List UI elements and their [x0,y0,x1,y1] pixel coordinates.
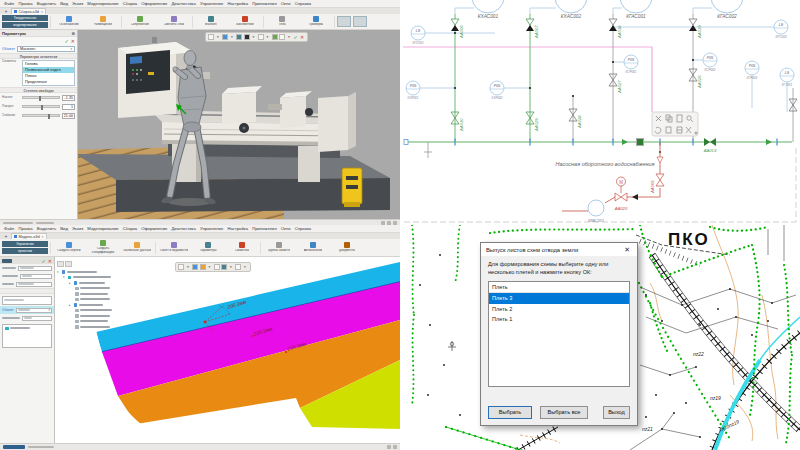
section-tool-icon[interactable] [258,34,264,40]
apply-icon[interactable]: ✓ [293,34,298,40]
status-mode-chip[interactable] [3,445,25,449]
pan-tool-icon[interactable] [178,264,184,270]
ribbon-button[interactable]: Манекен [195,16,227,27]
svg-text:КХАС002: КХАС002 [561,14,582,19]
status-icon[interactable] [387,221,391,225]
shaded-mode-icon[interactable] [244,34,250,40]
measure-tool-icon[interactable] [221,264,227,270]
field-value[interactable] [22,316,52,321]
slider-value[interactable]: 21.00 [62,113,75,119]
ribbon-button[interactable]: Создать спецификацию [87,240,119,254]
dropdown-caret-icon[interactable]: ▾ [287,34,292,40]
pan-tool-icon[interactable] [208,34,214,40]
ribbon-button[interactable]: Параметры [192,242,224,253]
status-icon[interactable] [387,445,391,449]
dropdown-caret-icon[interactable]: ▾ [229,264,234,270]
status-icon[interactable] [381,221,385,225]
ribbon-button[interactable]: Сопряжения [124,16,156,27]
new-tab-icon[interactable]: + [3,8,9,14]
ribbon-button[interactable]: Автоколонки [297,242,329,253]
panel-tab[interactable] [2,259,12,263]
gear-icon[interactable]: ⚙ [71,31,75,36]
ribbon-group-collapsed[interactable] [353,16,367,27]
select-all-button[interactable]: Выбрать все [540,406,588,419]
ribbon-button[interactable]: Размещение [87,16,119,27]
dropdown-caret-icon[interactable]: ▾ [216,34,221,40]
ribbon-button[interactable]: Тела [266,16,298,27]
svg-text:P05: P05 [628,58,634,62]
dropdown-caret-icon[interactable]: ▾ [207,264,212,270]
status-icon[interactable] [393,221,397,225]
dropdown-caret-icon[interactable]: ▾ [265,34,270,40]
ribbon-button[interactable]: Библиотеки [229,16,261,27]
section-tool-icon[interactable] [214,264,220,270]
select-button[interactable]: Выбрать [488,406,532,419]
dropdown-caret-icon[interactable]: ▾ [251,34,256,40]
segment-item[interactable]: Предплечье [23,79,74,85]
items-listbox[interactable] [2,324,52,348]
menu-bar[interactable]: Файл Правка Выделить Вид Эскиз Моделиров… [0,225,400,232]
ribbon-button[interactable]: Документы [331,242,363,253]
cancel-icon[interactable]: ✕ [300,34,305,40]
orient-tool-icon[interactable] [192,264,198,270]
field-value[interactable] [16,282,52,287]
ribbon-button[interactable]: Группа свойств [263,242,295,253]
close-tab-icon[interactable]: ✕ [41,235,44,239]
map-label: пz19 [710,395,721,401]
svg-text:LS: LS [416,29,421,33]
ribbon-mode-button[interactable]: Управление проектом [2,241,48,254]
dropdown-caret-icon[interactable]: ▾ [186,264,191,270]
slider[interactable] [22,96,60,99]
status-icon[interactable] [393,445,397,449]
ribbon-button[interactable]: Создать чертеж [53,242,85,253]
object-row-selected[interactable]: Объект ▾ [0,306,54,314]
tree-tab[interactable] [57,261,64,267]
ribbon-button[interactable]: Пакет и ведомости [158,242,190,253]
ribbon-button[interactable]: Проверка [300,16,332,27]
ribbon-mode-label-2: моделирование [2,22,48,28]
ribbon-button[interactable]: Свойства [226,242,258,253]
svg-text:КГАС001: КГАС001 [626,14,646,19]
slider-value[interactable]: 1 [62,104,75,110]
list-item-selected[interactable]: Плеть 3 [489,293,629,304]
document-tab[interactable]: Сборка.a3d ✕ [11,8,46,14]
apply-icon[interactable]: ✓ [42,258,46,264]
display-mode-icon[interactable] [236,34,242,40]
orient-tool-icon[interactable] [222,34,228,40]
tree-item-label [80,293,108,295]
slider-value[interactable]: -1.35 [62,95,75,101]
tree-item[interactable] [75,324,145,330]
new-tab-icon[interactable]: + [3,233,9,239]
list-item[interactable]: Плеть 2 [489,304,629,315]
ribbon-group-collapsed[interactable] [337,16,351,27]
tree-tab[interactable] [65,261,72,267]
field-value[interactable] [20,274,52,279]
ribbon-button[interactable]: Табличные данные [121,242,153,253]
exit-button[interactable]: Выход [603,406,630,419]
close-icon[interactable]: ✕ [622,244,632,256]
object-combobox[interactable]: Манекен ▾ [17,46,75,52]
filter-tool-icon[interactable] [279,34,285,40]
dropdown-caret-icon[interactable]: ▾ [243,264,248,270]
floating-mini-toolbar[interactable] [652,112,698,136]
document-icon [14,235,17,238]
list-item[interactable]: Плеть 1 [489,314,629,325]
close-tab-icon[interactable]: ✕ [40,10,43,14]
filter-tool-icon[interactable] [235,264,241,270]
cancel-icon[interactable]: ✕ [48,258,52,264]
dropdown-caret-icon[interactable]: ▾ [230,34,235,40]
slider[interactable] [22,105,60,108]
document-tab[interactable]: Модель.a3d ✕ [11,233,47,239]
ribbon-button[interactable]: Обозначение [53,16,85,27]
display-mode-icon[interactable] [200,264,206,270]
field-value[interactable] [18,266,52,271]
object-combobox[interactable]: ▾ [16,308,52,313]
ribbon-button[interactable]: Сменить слои [158,16,190,27]
cancel-icon[interactable]: ✕ [71,38,75,44]
apply-icon[interactable]: ✓ [65,38,69,44]
menu-bar[interactable]: Файл Правка Выделить Вид Эскиз Моделиров… [0,0,400,7]
ribbon-mode-button[interactable]: Твердотельное моделирование [2,15,48,28]
slider[interactable] [22,114,60,117]
dialog-title-bar[interactable]: Выпуск листов схем отвода земли ✕ [481,243,637,256]
measure-tool-icon[interactable] [272,34,278,40]
